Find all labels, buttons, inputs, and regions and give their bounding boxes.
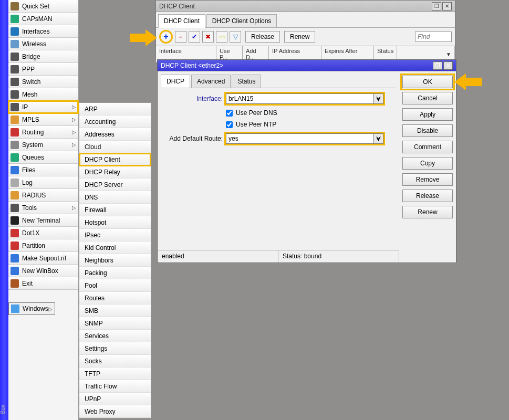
- disable-button[interactable]: ✖: [202, 31, 214, 43]
- sidebar-item-log[interactable]: Log: [8, 176, 78, 189]
- sidebar-item-ppp[interactable]: PPP: [8, 63, 78, 76]
- sidebar-item-quick-set[interactable]: Quick Set: [8, 0, 78, 13]
- sidebar-item-dot1x[interactable]: Dot1X: [8, 227, 78, 239]
- sidebar-item-tools[interactable]: Tools▷: [8, 202, 78, 214]
- submenu-item-ipsec[interactable]: IPsec: [79, 229, 151, 242]
- sidebar-item-make-supout-rif[interactable]: Make Supout.rif: [8, 252, 78, 265]
- submenu-item-pool[interactable]: Pool: [79, 279, 151, 292]
- sidebar-item-label: RADIUS: [22, 192, 46, 199]
- submenu-item-smb[interactable]: SMB: [79, 304, 151, 317]
- main-sidebar: Quick SetCAPsMANInterfacesWirelessBridge…: [8, 0, 79, 420]
- sidebar-icon: [11, 78, 19, 86]
- apply-button[interactable]: Apply: [402, 108, 453, 121]
- sidebar-item-mesh[interactable]: Mesh: [8, 88, 78, 101]
- sidebar-item-capsman[interactable]: CAPsMAN: [8, 13, 78, 25]
- submenu-item-firewall[interactable]: Firewall: [79, 204, 151, 216]
- submenu-item-socks[interactable]: Socks: [79, 355, 151, 368]
- sidebar-icon: [11, 191, 19, 200]
- tab-dhcp[interactable]: DHCP: [161, 75, 190, 88]
- submenu-item-dhcp-client[interactable]: DHCP Client: [79, 153, 151, 166]
- dhcp-client-window: DHCP Client ❐ ✕ DHCP Client DHCP Client …: [155, 0, 455, 58]
- release-button[interactable]: Release: [245, 31, 280, 43]
- sidebar-item-radius[interactable]: RADIUS: [8, 189, 78, 202]
- restore-icon[interactable]: ❐: [433, 61, 442, 70]
- submenu-item-dns[interactable]: DNS: [79, 191, 151, 204]
- submenu-item-packing[interactable]: Packing: [79, 267, 151, 279]
- sidebar-item-windows[interactable]: Windows▷: [8, 302, 55, 315]
- submenu-item-dhcp-relay[interactable]: DHCP Relay: [79, 166, 151, 178]
- use-peer-ntp-checkbox[interactable]: [226, 121, 233, 128]
- tab-dhcp-client-options[interactable]: DHCP Client Options: [206, 14, 277, 27]
- submenu-item-accounting[interactable]: Accounting: [79, 116, 151, 128]
- comment-button[interactable]: Comment: [402, 141, 453, 153]
- sidebar-item-system[interactable]: System▷: [8, 139, 78, 151]
- submenu-item-web-proxy[interactable]: Web Proxy: [79, 405, 151, 418]
- sidebar-item-label: Tools: [22, 204, 37, 212]
- sidebar-item-new-terminal[interactable]: New Terminal: [8, 214, 78, 227]
- submenu-item-arp[interactable]: ARP: [79, 103, 151, 116]
- sidebar-icon: [11, 267, 19, 275]
- interface-field[interactable]: [226, 93, 374, 104]
- sidebar-icon: [11, 204, 19, 212]
- sidebar-item-partition[interactable]: Partition: [8, 239, 78, 252]
- submenu-item-addresses[interactable]: Addresses: [79, 128, 151, 141]
- submenu-item-settings[interactable]: Settings: [79, 342, 151, 355]
- sidebar-item-wireless[interactable]: Wireless: [8, 38, 78, 50]
- tab-dhcp-client[interactable]: DHCP Client: [158, 14, 205, 28]
- submenu-item-hotspot[interactable]: Hotspot: [79, 216, 151, 229]
- renew-button[interactable]: Renew: [402, 206, 453, 218]
- release-button[interactable]: Release: [402, 190, 453, 202]
- ok-button[interactable]: OK: [402, 76, 453, 88]
- sidebar-item-label: MPLS: [22, 116, 39, 123]
- interface-label: Interface:: [164, 95, 223, 102]
- sidebar-item-exit[interactable]: Exit: [8, 277, 78, 290]
- sidebar-item-mpls[interactable]: MPLS▷: [8, 113, 78, 126]
- copy-button[interactable]: Copy: [402, 157, 453, 170]
- sidebar-icon: [11, 254, 19, 262]
- cancel-button[interactable]: Cancel: [402, 92, 453, 104]
- submenu-item-neighbors[interactable]: Neighbors: [79, 254, 151, 267]
- close-icon[interactable]: ✕: [442, 2, 452, 10]
- interface-dropdown-icon[interactable]: ⮟: [374, 93, 383, 104]
- sidebar-item-bridge[interactable]: Bridge: [8, 50, 78, 63]
- restore-icon[interactable]: ❐: [432, 2, 441, 10]
- sidebar-item-label: Switch: [22, 78, 40, 86]
- remove-button[interactable]: –: [175, 31, 186, 43]
- sidebar-item-label: Log: [22, 179, 33, 186]
- sidebar-item-routing[interactable]: Routing▷: [8, 126, 78, 139]
- sidebar-item-ip[interactable]: IP▷: [8, 101, 78, 113]
- renew-button[interactable]: Renew: [284, 31, 315, 43]
- submenu-item-tftp[interactable]: TFTP: [79, 368, 151, 380]
- submenu-item-kid-control[interactable]: Kid Control: [79, 242, 151, 254]
- disable-button[interactable]: Disable: [402, 124, 453, 137]
- use-peer-dns-checkbox[interactable]: [226, 110, 233, 117]
- submenu-item-cloud[interactable]: Cloud: [79, 141, 151, 153]
- remove-button[interactable]: Remove: [402, 173, 453, 186]
- sidebar-item-files[interactable]: Files: [8, 164, 78, 176]
- sidebar-item-switch[interactable]: Switch: [8, 76, 78, 88]
- submenu-item-traffic-flow[interactable]: Traffic Flow: [79, 380, 151, 393]
- filter-button[interactable]: ▽: [230, 31, 241, 43]
- use-peer-dns-label: Use Peer DNS: [236, 109, 277, 117]
- find-input[interactable]: [415, 32, 452, 42]
- submenu-item-routes[interactable]: Routes: [79, 292, 151, 304]
- sidebar-item-interfaces[interactable]: Interfaces: [8, 25, 78, 38]
- status-bound: Status: bound: [278, 250, 399, 262]
- tab-status[interactable]: Status: [232, 75, 261, 88]
- sidebar-item-label: Dot1X: [22, 229, 39, 237]
- submenu-item-upnp[interactable]: UPnP: [79, 393, 151, 405]
- svg-marker-1: [454, 74, 482, 90]
- close-icon[interactable]: ✕: [443, 61, 453, 70]
- add-default-route-field[interactable]: [226, 133, 374, 144]
- tab-advanced[interactable]: Advanced: [191, 75, 231, 88]
- sidebar-item-queues[interactable]: Queues: [8, 151, 78, 164]
- submenu-item-services[interactable]: Services: [79, 330, 151, 342]
- add-default-route-dropdown-icon[interactable]: ⮟: [374, 133, 383, 144]
- sidebar-item-new-winbox[interactable]: New WinBox: [8, 265, 78, 277]
- submenu-item-snmp[interactable]: SNMP: [79, 317, 151, 330]
- add-button[interactable]: +: [159, 30, 173, 44]
- dialog-titlebar: DHCP Client <ether2> ❐ ✕: [158, 60, 456, 71]
- submenu-item-dhcp-server[interactable]: DHCP Server: [79, 178, 151, 191]
- enable-button[interactable]: ✔: [189, 31, 200, 43]
- comment-button[interactable]: ▭: [216, 31, 227, 43]
